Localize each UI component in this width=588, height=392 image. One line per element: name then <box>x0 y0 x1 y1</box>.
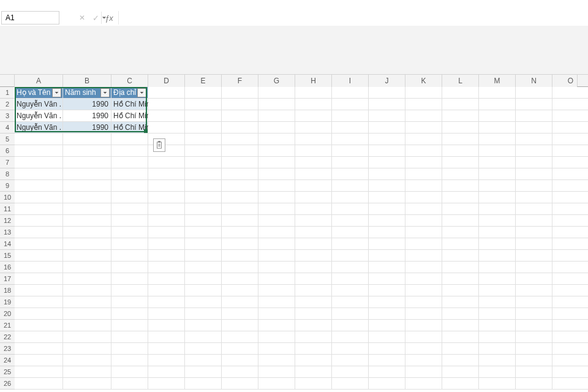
column-header-D[interactable]: D <box>148 75 185 87</box>
paste-options-button[interactable] <box>153 138 165 152</box>
cell-I16[interactable] <box>332 262 369 273</box>
cell-C9[interactable] <box>111 180 148 192</box>
cell-O11[interactable] <box>552 203 588 215</box>
cells-area[interactable]: Họ và TênNăm sinhĐịa chỉNguyễn Văn .1990… <box>15 87 588 390</box>
cell-D12[interactable] <box>148 215 185 227</box>
cell-B6[interactable] <box>63 145 111 157</box>
cell-A7[interactable] <box>15 157 63 168</box>
cell-M21[interactable] <box>479 320 516 331</box>
cell-O6[interactable] <box>552 145 588 157</box>
cell-N19[interactable] <box>516 296 552 308</box>
cell-A20[interactable] <box>15 308 63 320</box>
cell-H21[interactable] <box>295 320 332 331</box>
cell-F5[interactable] <box>222 134 258 145</box>
cell-L15[interactable] <box>442 250 479 262</box>
cell-G26[interactable] <box>258 378 295 390</box>
cell-N26[interactable] <box>516 378 552 390</box>
cell-I22[interactable] <box>332 331 369 343</box>
cell-A16[interactable] <box>15 262 63 273</box>
row-header-6[interactable]: 6 <box>0 145 15 157</box>
cell-J17[interactable] <box>369 273 405 285</box>
cell-C19[interactable] <box>111 296 148 308</box>
cell-D20[interactable] <box>148 308 185 320</box>
cell-F3[interactable] <box>222 110 258 122</box>
cell-N25[interactable] <box>516 366 552 378</box>
cell-F26[interactable] <box>222 378 258 390</box>
cell-D18[interactable] <box>148 285 185 296</box>
cell-E4[interactable] <box>185 122 222 134</box>
row-header-19[interactable]: 19 <box>0 296 15 308</box>
cell-B13[interactable] <box>63 227 111 238</box>
cell-C26[interactable] <box>111 378 148 390</box>
cell-D1[interactable] <box>148 87 185 99</box>
cell-E15[interactable] <box>185 250 222 262</box>
cell-M7[interactable] <box>479 157 516 168</box>
cell-O15[interactable] <box>552 250 588 262</box>
cell-I25[interactable] <box>332 366 369 378</box>
cell-J12[interactable] <box>369 215 405 227</box>
cell-H8[interactable] <box>295 168 332 180</box>
cell-F12[interactable] <box>222 215 258 227</box>
cell-B3[interactable]: 1990 <box>63 110 111 122</box>
cell-F23[interactable] <box>222 343 258 355</box>
row-header-8[interactable]: 8 <box>0 168 15 180</box>
cell-E17[interactable] <box>185 273 222 285</box>
cell-L21[interactable] <box>442 320 479 331</box>
cell-L24[interactable] <box>442 355 479 366</box>
row-header-25[interactable]: 25 <box>0 366 15 378</box>
cell-K12[interactable] <box>405 215 442 227</box>
cell-B26[interactable] <box>63 378 111 390</box>
cell-F25[interactable] <box>222 366 258 378</box>
cell-F2[interactable] <box>222 99 258 110</box>
row-header-26[interactable]: 26 <box>0 378 15 390</box>
cell-M4[interactable] <box>479 122 516 134</box>
cell-M22[interactable] <box>479 331 516 343</box>
cell-K11[interactable] <box>405 203 442 215</box>
cell-A22[interactable] <box>15 331 63 343</box>
cell-G1[interactable] <box>258 87 295 99</box>
cell-G18[interactable] <box>258 285 295 296</box>
cell-M5[interactable] <box>479 134 516 145</box>
cell-B15[interactable] <box>63 250 111 262</box>
row-header-2[interactable]: 2 <box>0 99 15 110</box>
cell-J4[interactable] <box>369 122 405 134</box>
cell-J13[interactable] <box>369 227 405 238</box>
cell-E10[interactable] <box>185 192 222 203</box>
cell-E16[interactable] <box>185 262 222 273</box>
cell-F19[interactable] <box>222 296 258 308</box>
cell-K2[interactable] <box>405 99 442 110</box>
filter-button[interactable] <box>100 88 110 97</box>
cell-H23[interactable] <box>295 343 332 355</box>
cell-E25[interactable] <box>185 366 222 378</box>
cell-I6[interactable] <box>332 145 369 157</box>
row-headers[interactable]: 1234567891011121314151617181920212223242… <box>0 87 15 390</box>
cell-H22[interactable] <box>295 331 332 343</box>
cell-K4[interactable] <box>405 122 442 134</box>
cell-G7[interactable] <box>258 157 295 168</box>
cell-N20[interactable] <box>516 308 552 320</box>
cell-K8[interactable] <box>405 168 442 180</box>
cell-B11[interactable] <box>63 203 111 215</box>
cell-L3[interactable] <box>442 110 479 122</box>
cell-G15[interactable] <box>258 250 295 262</box>
cell-B1[interactable]: Năm sinh <box>63 87 111 99</box>
cell-G4[interactable] <box>258 122 295 134</box>
cell-N16[interactable] <box>516 262 552 273</box>
cell-J2[interactable] <box>369 99 405 110</box>
cell-H15[interactable] <box>295 250 332 262</box>
cell-I10[interactable] <box>332 192 369 203</box>
cell-C2[interactable]: Hồ Chí Minh <box>111 99 148 110</box>
select-all-corner[interactable] <box>0 75 15 87</box>
cell-O13[interactable] <box>552 227 588 238</box>
cell-L19[interactable] <box>442 296 479 308</box>
cell-B21[interactable] <box>63 320 111 331</box>
cell-J7[interactable] <box>369 157 405 168</box>
cell-N3[interactable] <box>516 110 552 122</box>
cell-O8[interactable] <box>552 168 588 180</box>
cell-N12[interactable] <box>516 215 552 227</box>
cell-I3[interactable] <box>332 110 369 122</box>
cell-H20[interactable] <box>295 308 332 320</box>
cell-D11[interactable] <box>148 203 185 215</box>
cell-I19[interactable] <box>332 296 369 308</box>
cell-B16[interactable] <box>63 262 111 273</box>
